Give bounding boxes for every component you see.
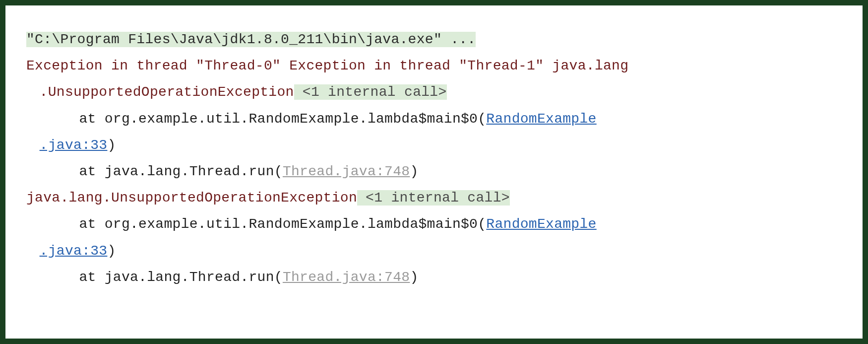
at-keyword-2: at	[79, 164, 104, 179]
exception-line-3: java.lang.UnsupportedOperationException …	[26, 185, 842, 211]
at-keyword: at	[79, 111, 104, 127]
paren-close-4: )	[410, 270, 418, 285]
stack-frame-3-line-a: at org.example.util.RandomExample.lambda…	[26, 211, 842, 237]
source-link-3b[interactable]: .java:33	[40, 243, 108, 259]
second-exception-class: java.lang.UnsupportedOperationException	[26, 190, 357, 206]
paren-open-3: (	[478, 216, 486, 232]
source-link-1b[interactable]: .java:33	[40, 138, 108, 153]
stack-method-1: org.example.util.RandomExample.lambda$ma…	[105, 111, 478, 127]
stack-method-2: java.lang.Thread.run	[105, 164, 274, 179]
paren-close-2: )	[410, 164, 418, 179]
paren-close: )	[107, 138, 116, 153]
paren-open-2: (	[274, 164, 283, 179]
paren-close-3: )	[107, 243, 116, 259]
folded-internal-call-2[interactable]: <1 internal call>	[357, 190, 510, 206]
console-output: "C:\Program Files\Java\jdk1.8.0_211\bin\…	[26, 26, 842, 290]
stack-frame-3-line-b: .java:33)	[26, 238, 842, 264]
source-link-1a[interactable]: RandomExample	[486, 111, 596, 127]
source-link-3a[interactable]: RandomExample	[486, 216, 596, 232]
command-line: "C:\Program Files\Java\jdk1.8.0_211\bin\…	[26, 26, 842, 53]
exception-class: .UnsupportedOperationException	[40, 84, 294, 100]
stack-method-4: java.lang.Thread.run	[105, 270, 274, 285]
folded-internal-call[interactable]: <1 internal call>	[294, 84, 447, 100]
paren-open: (	[478, 111, 486, 127]
exception-line-1: Exception in thread "Thread-0" Exception…	[26, 53, 842, 79]
source-link-4[interactable]: Thread.java:748	[283, 270, 410, 285]
exception-line-2: .UnsupportedOperationException <1 intern…	[26, 79, 842, 105]
stack-frame-2: at java.lang.Thread.run(Thread.java:748)	[26, 158, 842, 185]
source-link-2[interactable]: Thread.java:748	[283, 164, 410, 179]
stack-frame-1-line-b: .java:33)	[26, 132, 842, 158]
stack-method-3: org.example.util.RandomExample.lambda$ma…	[105, 216, 478, 232]
java-command: "C:\Program Files\Java\jdk1.8.0_211\bin\…	[26, 32, 476, 47]
stack-frame-1-line-a: at org.example.util.RandomExample.lambda…	[26, 106, 842, 132]
stack-frame-4: at java.lang.Thread.run(Thread.java:748)	[26, 264, 842, 290]
console-output-panel: "C:\Program Files\Java\jdk1.8.0_211\bin\…	[5, 5, 863, 339]
paren-open-4: (	[274, 270, 283, 285]
at-keyword-3: at	[79, 216, 104, 232]
at-keyword-4: at	[79, 270, 104, 285]
